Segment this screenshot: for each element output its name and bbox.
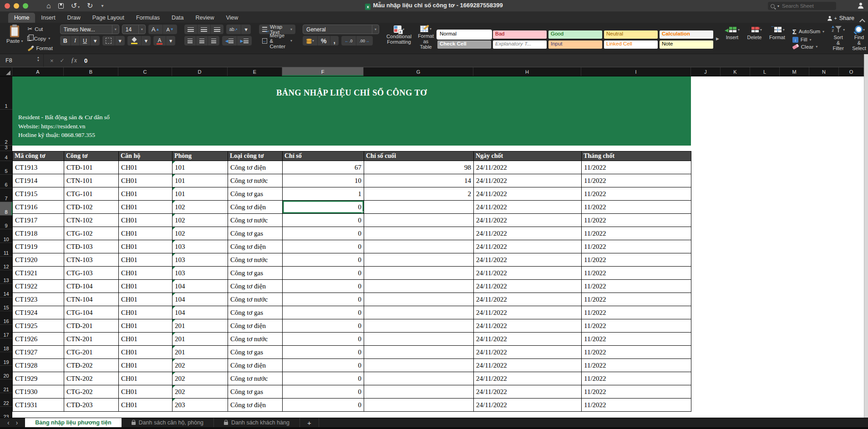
cell-H9[interactable]: 24/11/2022 [474,214,582,227]
cell-C21[interactable]: CH01 [119,372,173,385]
bold-button[interactable]: B [60,36,71,45]
vertical-scrollbar[interactable] [864,54,868,418]
cell-H12[interactable]: 24/11/2022 [474,253,582,267]
style-chip-linked-cell[interactable]: Linked Cell [604,40,658,49]
column-header-D[interactable]: D [172,67,228,76]
table-header-D4[interactable]: Phòng [173,151,228,161]
column-header-F[interactable]: F [282,67,364,76]
cell-D16[interactable]: 104 [173,306,228,319]
cell-D22[interactable]: 202 [173,385,228,399]
cell-I7[interactable]: 11/2022 [582,187,691,201]
cell-I18[interactable]: 11/2022 [582,333,691,346]
cell-H11[interactable]: 24/11/2022 [474,240,582,253]
name-box-spinner[interactable]: ▲▼ [37,56,40,62]
cell-B19[interactable]: CTG-201 [64,346,119,359]
number-format-select[interactable]: General▾ [303,25,379,34]
font-name-select[interactable]: Times New...▾ [60,25,119,34]
cell-B20[interactable]: CTĐ-202 [64,359,119,372]
cell-B18[interactable]: CTN-201 [64,333,119,346]
style-chip-bad[interactable]: Bad [493,30,547,39]
row-header-20[interactable]: 20 [0,366,12,379]
gallery-scroll-button[interactable]: ▶ [714,36,721,41]
row-header-15[interactable]: 15 [0,298,12,311]
close-window-button[interactable] [5,3,10,9]
style-chip-note[interactable]: Note [660,40,713,49]
align-left-button[interactable] [184,36,196,45]
cell-G17[interactable] [364,319,474,333]
cell-A11[interactable]: CT1919 [13,240,64,253]
table-header-B4[interactable]: Công tơ [64,151,119,161]
row-header-6[interactable]: 6 [0,175,12,188]
cell-E13[interactable]: Công tơ gas [228,267,283,280]
decrease-indent-button[interactable]: ◀ [222,36,237,45]
cell-F11[interactable]: 0 [283,240,364,253]
column-header-E[interactable]: E [228,67,282,76]
cell-I14[interactable]: 11/2022 [582,280,691,293]
cell-A10[interactable]: CT1918 [13,227,64,240]
cell-E20[interactable]: Công tơ điện [228,359,283,372]
cell-E11[interactable]: Công tơ điện [228,240,283,253]
cell-F16[interactable]: 0 [283,306,364,319]
cell-G8[interactable] [364,201,474,214]
column-header-O[interactable]: O [839,67,864,76]
format-as-table-button[interactable]: ▾ Formatas Table [418,25,434,52]
font-size-select[interactable]: 14▾ [122,25,146,34]
cell-C20[interactable]: CH01 [119,359,173,372]
name-box[interactable]: F8 ▲▼ [0,54,44,67]
borders-caret-icon[interactable]: ▾ [115,36,124,45]
customize-toolbar-icon[interactable]: ▾ [102,3,104,8]
cell-I11[interactable]: 11/2022 [582,240,691,253]
cell-E7[interactable]: Công tơ gas [228,187,283,201]
cell-A18[interactable]: CT1926 [13,333,64,346]
minimize-window-button[interactable] [14,3,19,9]
cell-F7[interactable]: 1 [283,187,364,201]
cell-F8[interactable]: 0 [283,201,364,214]
cell-D13[interactable]: 103 [173,267,228,280]
cell-F19[interactable]: 0 [283,346,364,359]
cell-H5[interactable]: 24/11/2022 [474,161,582,174]
cell-A20[interactable]: CT1928 [13,359,64,372]
column-header-N[interactable]: N [809,67,839,76]
zoom-window-button[interactable] [23,3,28,9]
cell-E12[interactable]: Công tơ nước [228,253,283,267]
cell-D15[interactable]: 104 [173,293,228,306]
cell-B13[interactable]: CTG-103 [64,267,119,280]
cell-A19[interactable]: CT1927 [13,346,64,359]
cell-A14[interactable]: CT1922 [13,280,64,293]
cell-I6[interactable]: 11/2022 [582,174,691,187]
ribbon-tab-data[interactable]: Data [166,13,189,23]
cell-F6[interactable]: 10 [283,174,364,187]
insert-function-icon[interactable]: ƒx [71,57,77,64]
column-header-G[interactable]: G [364,67,473,76]
cell-I10[interactable]: 11/2022 [582,227,691,240]
cell-G5[interactable]: 98 [364,161,474,174]
cell-F14[interactable]: 0 [283,280,364,293]
cell-H13[interactable]: 24/11/2022 [474,267,582,280]
row-header-23[interactable]: 23 [0,407,12,418]
cell-H18[interactable]: 24/11/2022 [474,333,582,346]
cell-C9[interactable]: CH01 [119,214,173,227]
cell-E16[interactable]: Công tơ gas [228,306,283,319]
select-all-corner[interactable] [0,67,12,76]
cell-G7[interactable]: 2 [364,187,474,201]
cell-C13[interactable]: CH01 [119,267,173,280]
row-header-17[interactable]: 17 [0,325,12,338]
decrease-decimal-button[interactable]: .00→ [356,36,373,45]
ribbon-tab-page-layout[interactable]: Page Layout [86,13,130,23]
table-header-E4[interactable]: Loại công tơ [228,151,283,161]
column-header-M[interactable]: M [780,67,809,76]
cell-B8[interactable]: CTĐ-102 [64,201,119,214]
row-header-7[interactable]: 7 [0,188,12,202]
style-chip-input[interactable]: Input [548,40,602,49]
cell-G12[interactable] [364,253,474,267]
increase-decimal-button[interactable]: ←.0 [341,36,356,45]
cell-D12[interactable]: 103 [173,253,228,267]
cell-A13[interactable]: CT1921 [13,267,64,280]
cell-D11[interactable]: 103 [173,240,228,253]
style-chip-explanatory-t[interactable]: Explanatory T... [493,40,547,49]
ribbon-tab-review[interactable]: Review [189,13,220,23]
cell-G20[interactable] [364,359,474,372]
cell-C11[interactable]: CH01 [119,240,173,253]
undo-button[interactable]: ↺▾ [71,2,80,10]
cell-D10[interactable]: 102 [173,227,228,240]
